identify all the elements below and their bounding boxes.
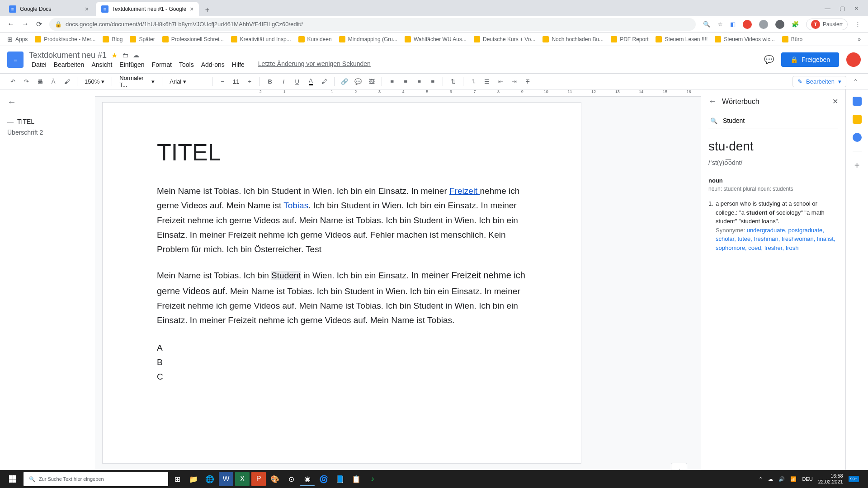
comments-icon[interactable]: 💬	[764, 55, 774, 65]
move-icon[interactable]: 🗀	[122, 52, 128, 59]
outline-back-icon[interactable]: ←	[7, 97, 88, 107]
style-dropdown[interactable]: Normaler T...▾	[117, 74, 157, 89]
task-view-icon[interactable]: ⊞	[170, 472, 184, 486]
browser-tab-active[interactable]: ≡ Textdokument neu #1 - Google ×	[96, 2, 199, 16]
close-icon[interactable]: ✕	[832, 97, 838, 106]
minimize-icon[interactable]: —	[825, 5, 830, 12]
dictionary-search[interactable]: 🔍	[708, 113, 838, 128]
bookmark-item[interactable]: Wahlfächer WU Aus...	[405, 36, 467, 42]
back-icon[interactable]: ←	[708, 97, 717, 106]
menu-view[interactable]: Ansicht	[89, 60, 115, 69]
share-button[interactable]: 🔒 Freigeben	[781, 52, 839, 67]
bookmark-item[interactable]: Steuern Lesen !!!!	[656, 36, 708, 42]
align-right-icon[interactable]: ≡	[414, 76, 425, 87]
close-icon[interactable]: ×	[190, 5, 193, 13]
link-icon[interactable]: 🔗	[339, 76, 350, 87]
reload-icon[interactable]: ⟳	[36, 20, 42, 28]
decrease-indent-icon[interactable]: ⇤	[495, 76, 506, 87]
zoom-icon[interactable]: 🔍	[703, 21, 710, 28]
text-color-icon[interactable]: A	[305, 76, 316, 87]
extensions-icon[interactable]: 🧩	[792, 21, 799, 28]
app-icon[interactable]: 🎨	[268, 472, 282, 486]
extension-icon[interactable]	[759, 20, 768, 29]
app-icon[interactable]: 📘	[333, 472, 347, 486]
editing-mode-button[interactable]: ✎ Bearbeiten ▾	[793, 76, 846, 87]
tasks-icon[interactable]	[853, 133, 862, 142]
document-area[interactable]: 2112345678910111213141516 TITEL Mein Nam…	[95, 89, 701, 488]
bookmark-item[interactable]: Mindmapping (Gru...	[339, 36, 397, 42]
back-icon[interactable]: ←	[7, 20, 14, 28]
url-input[interactable]: 🔒 docs.google.com/document/d/1hUH8k6h7Lb…	[49, 18, 696, 31]
list-item[interactable]: C	[157, 370, 527, 384]
link-tobias[interactable]: Tobias	[283, 201, 308, 210]
document-heading[interactable]: TITEL	[157, 139, 527, 166]
menu-help[interactable]: Hilfe	[229, 60, 247, 69]
list-item[interactable]: A	[157, 341, 527, 355]
bookmark-item[interactable]: Kreativität und Insp...	[231, 36, 291, 42]
calendar-icon[interactable]	[853, 97, 862, 106]
redo-icon[interactable]: ↷	[21, 76, 32, 87]
link-freizeit[interactable]: Freizeit	[449, 186, 480, 196]
outline-item[interactable]: — TITEL	[7, 116, 88, 127]
menu-tools[interactable]: Tools	[176, 60, 197, 69]
underline-icon[interactable]: U	[292, 76, 302, 87]
star-icon[interactable]: ★	[111, 51, 118, 60]
outline-item[interactable]: Überschrift 2	[7, 127, 88, 138]
close-icon[interactable]: ×	[85, 5, 89, 13]
zoom-dropdown[interactable]: 150%▾	[82, 77, 107, 86]
new-tab-button[interactable]: +	[201, 4, 213, 16]
chrome-icon[interactable]: ◉	[300, 472, 315, 486]
word-icon[interactable]: W	[219, 472, 233, 486]
menu-insert[interactable]: Einfügen	[117, 60, 147, 69]
numbered-list-icon[interactable]: ⒈	[468, 76, 479, 87]
language-indicator[interactable]: DEU	[802, 476, 812, 482]
bookmark-item[interactable]: Professionell Schrei...	[162, 36, 224, 42]
wifi-icon[interactable]: 📶	[790, 476, 797, 482]
start-button[interactable]	[4, 470, 22, 488]
cloud-saved-icon[interactable]: ☁	[133, 52, 139, 59]
close-window-icon[interactable]: ✕	[854, 5, 859, 12]
menu-addons[interactable]: Add-ons	[198, 60, 227, 69]
bookmark-item[interactable]: Steuern Videos wic...	[715, 36, 775, 42]
comment-icon[interactable]: 💬	[353, 76, 363, 87]
print-icon[interactable]: 🖶	[34, 76, 45, 87]
extension-icon[interactable]	[775, 20, 784, 29]
menu-file[interactable]: Datei	[29, 60, 49, 69]
image-icon[interactable]: 🖼	[366, 76, 377, 87]
menu-edit[interactable]: Bearbeiten	[51, 60, 87, 69]
bold-icon[interactable]: B	[264, 76, 275, 87]
list-item[interactable]: B	[157, 355, 527, 370]
menu-icon[interactable]: ⋮	[855, 21, 861, 28]
italic-icon[interactable]: I	[278, 76, 289, 87]
avatar[interactable]	[846, 52, 861, 67]
menu-format[interactable]: Format	[149, 60, 175, 69]
font-dropdown[interactable]: Arial▾	[167, 77, 208, 86]
excel-icon[interactable]: X	[235, 472, 250, 486]
undo-icon[interactable]: ↶	[7, 76, 18, 87]
paint-format-icon[interactable]: 🖌	[61, 76, 72, 87]
bookmark-item[interactable]: Produktsuche - Mer...	[35, 36, 95, 42]
powerpoint-icon[interactable]: P	[251, 472, 266, 486]
last-edit-label[interactable]: Letzte Änderung vor wenigen Sekunden	[258, 60, 371, 69]
maximize-icon[interactable]: ▢	[840, 5, 845, 12]
align-justify-icon[interactable]: ≡	[427, 76, 438, 87]
clear-format-icon[interactable]: T	[522, 76, 533, 87]
ruler[interactable]: 2112345678910111213141516	[95, 89, 701, 97]
bookmark-item[interactable]: Blog	[103, 36, 123, 42]
line-spacing-icon[interactable]: ⇅	[448, 76, 458, 87]
edge-icon[interactable]: 🌀	[316, 472, 331, 486]
browser-tab[interactable]: ≡ Google Docs ×	[4, 2, 94, 16]
apps-bookmark[interactable]: ⊞Apps	[7, 36, 28, 43]
docs-logo-icon[interactable]: ≡	[7, 52, 24, 68]
taskbar-search[interactable]: 🔍 Zur Suche Text hier eingeben	[24, 472, 168, 486]
spellcheck-icon[interactable]: Ā	[48, 76, 59, 87]
increase-indent-icon[interactable]: ⇥	[509, 76, 519, 87]
bookmark-item[interactable]: Noch hochladen Bu...	[542, 36, 604, 42]
align-center-icon[interactable]: ≡	[400, 76, 411, 87]
tray-expand-icon[interactable]: ⌃	[759, 476, 763, 482]
obs-icon[interactable]: ⊙	[284, 472, 298, 486]
bookmark-item[interactable]: Büro	[782, 36, 802, 42]
font-size-increase[interactable]: +	[244, 76, 255, 87]
forward-icon[interactable]: →	[22, 20, 29, 28]
spotify-icon[interactable]: ♪	[365, 472, 380, 486]
